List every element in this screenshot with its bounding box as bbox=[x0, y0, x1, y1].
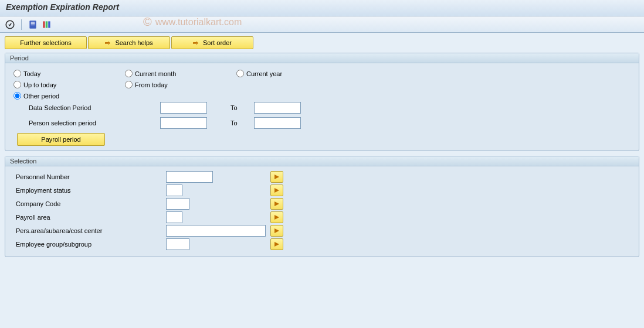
company-code-input[interactable] bbox=[166, 198, 189, 210]
title-bar: Exemption Expiration Report bbox=[0, 0, 644, 16]
sort-order-button[interactable]: ⇨ Sort order bbox=[171, 36, 253, 49]
radio-from-today[interactable]: From today bbox=[125, 79, 236, 90]
personnel-number-label: Personnel Number bbox=[13, 173, 166, 180]
personnel-number-row: Personnel Number bbox=[13, 171, 631, 183]
person-selection-from-input[interactable] bbox=[160, 117, 207, 129]
radio-up-to-today[interactable]: Up to today bbox=[13, 79, 125, 90]
data-selection-from-input[interactable] bbox=[160, 102, 207, 114]
further-selections-button[interactable]: Further selections bbox=[5, 36, 87, 49]
person-selection-label: Person selection period bbox=[13, 119, 160, 127]
payroll-area-label: Payroll area bbox=[13, 214, 166, 221]
person-selection-row: Person selection period To bbox=[13, 117, 631, 129]
svg-rect-2 bbox=[31, 22, 35, 22]
arrow-right-icon: ⇨ bbox=[193, 39, 198, 47]
multi-select-button[interactable] bbox=[270, 238, 283, 250]
multi-select-button[interactable] bbox=[270, 184, 283, 196]
to-label: To bbox=[231, 119, 248, 127]
toolbar-separator bbox=[21, 19, 22, 30]
personnel-number-input[interactable] bbox=[166, 171, 213, 183]
employment-status-row: Employment status bbox=[13, 184, 631, 196]
pers-area-input[interactable] bbox=[166, 225, 266, 237]
content-area: Further selections ⇨ Search helps ⇨ Sort… bbox=[0, 33, 644, 328]
svg-rect-6 bbox=[46, 21, 48, 28]
payroll-area-input[interactable] bbox=[166, 211, 182, 223]
company-code-label: Company Code bbox=[13, 200, 166, 207]
svg-rect-5 bbox=[43, 21, 45, 28]
employment-status-label: Employment status bbox=[13, 187, 166, 194]
person-selection-to-input[interactable] bbox=[254, 117, 301, 129]
page-title: Exemption Expiration Report bbox=[6, 2, 638, 12]
employee-group-input[interactable] bbox=[166, 238, 189, 250]
org-structure-icon[interactable] bbox=[42, 19, 52, 30]
selection-group: Selection Personnel Number Employment st… bbox=[5, 156, 639, 257]
multi-select-button[interactable] bbox=[270, 225, 283, 237]
to-label: To bbox=[231, 104, 248, 111]
svg-rect-4 bbox=[31, 25, 35, 25]
period-group: Period Today Current month Current year … bbox=[5, 53, 639, 151]
multi-select-button[interactable] bbox=[270, 171, 283, 183]
period-group-title: Period bbox=[5, 53, 639, 63]
selection-group-title: Selection bbox=[5, 156, 639, 166]
multi-select-button[interactable] bbox=[270, 198, 283, 210]
pers-area-row: Pers.area/subarea/cost center bbox=[13, 225, 631, 237]
data-selection-label: Data Selection Period bbox=[13, 104, 160, 111]
variant-icon[interactable] bbox=[28, 19, 38, 30]
action-button-row: Further selections ⇨ Search helps ⇨ Sort… bbox=[5, 36, 639, 49]
radio-current-month[interactable]: Current month bbox=[125, 68, 236, 79]
execute-icon[interactable] bbox=[5, 19, 15, 30]
employee-group-row: Employee group/subgroup bbox=[13, 238, 631, 250]
toolbar bbox=[0, 16, 644, 33]
radio-current-year[interactable]: Current year bbox=[236, 68, 348, 79]
data-selection-row: Data Selection Period To bbox=[13, 101, 631, 114]
data-selection-to-input[interactable] bbox=[254, 102, 301, 114]
pers-area-label: Pers.area/subarea/cost center bbox=[13, 227, 166, 234]
company-code-row: Company Code bbox=[13, 198, 631, 210]
search-helps-button[interactable]: ⇨ Search helps bbox=[88, 36, 170, 49]
employee-group-label: Employee group/subgroup bbox=[13, 241, 166, 248]
period-radio-grid: Today Current month Current year Up to t… bbox=[13, 68, 631, 101]
svg-rect-3 bbox=[31, 23, 35, 23]
radio-today[interactable]: Today bbox=[13, 68, 125, 79]
radio-other-period[interactable]: Other period bbox=[13, 90, 125, 101]
svg-rect-7 bbox=[48, 21, 50, 28]
arrow-right-icon: ⇨ bbox=[105, 39, 110, 47]
payroll-period-button[interactable]: Payroll period bbox=[17, 133, 105, 146]
employment-status-input[interactable] bbox=[166, 184, 182, 196]
payroll-area-row: Payroll area bbox=[13, 211, 631, 223]
multi-select-button[interactable] bbox=[270, 211, 283, 223]
